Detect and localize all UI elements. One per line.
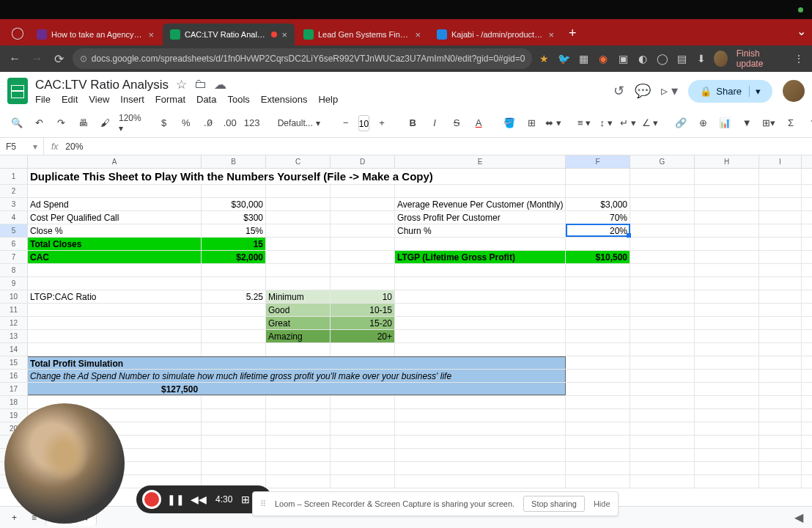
privacy-shield-icon[interactable]: ◯ xyxy=(9,23,26,41)
cell[interactable] xyxy=(202,462,266,474)
cell[interactable]: Change the Ad Spend Number to simulate h… xyxy=(28,370,566,382)
cell[interactable] xyxy=(695,264,759,276)
cell[interactable] xyxy=(759,224,802,237)
cell[interactable] xyxy=(630,422,695,435)
more-formats-button[interactable]: 123 xyxy=(243,114,262,133)
cell[interactable] xyxy=(395,422,566,435)
loom-canvas-button[interactable]: ⊞ xyxy=(241,494,250,505)
cell[interactable] xyxy=(395,185,566,197)
browser-tab-0[interactable]: How to take an Agency/B2B... × xyxy=(29,23,161,45)
collapse-toolbar-button[interactable]: ⌃ xyxy=(803,114,812,133)
cell[interactable] xyxy=(630,277,695,290)
chart-button[interactable]: 📊 xyxy=(715,114,734,133)
cell[interactable]: 15-20 xyxy=(331,317,395,329)
cell[interactable] xyxy=(630,330,695,342)
col-header-H[interactable]: H xyxy=(695,155,759,168)
cell[interactable] xyxy=(630,383,695,395)
cell[interactable] xyxy=(266,409,331,422)
row-header[interactable]: 16 xyxy=(0,370,28,382)
cloud-status-icon[interactable]: ☁ xyxy=(214,77,226,92)
extension-icon-6[interactable]: ◯ xyxy=(654,50,670,67)
cell[interactable] xyxy=(566,169,630,184)
cell[interactable]: Average Revenue Per Customer (Monthly) xyxy=(395,198,566,210)
cell[interactable] xyxy=(395,409,566,422)
cell[interactable]: $30,000 xyxy=(202,198,266,210)
cell[interactable] xyxy=(695,304,759,316)
download-icon[interactable]: ⬇ xyxy=(694,50,709,67)
cell[interactable] xyxy=(759,304,802,316)
cell[interactable] xyxy=(759,343,802,356)
col-header-F[interactable]: F xyxy=(566,155,630,168)
cell[interactable] xyxy=(331,449,395,461)
finish-update-button[interactable]: Finish update xyxy=(732,48,786,69)
menu-data[interactable]: Data xyxy=(196,94,216,105)
cell[interactable] xyxy=(331,436,395,448)
borders-button[interactable]: ⊞ xyxy=(522,114,541,133)
cell[interactable] xyxy=(759,409,802,422)
cell[interactable] xyxy=(759,277,802,290)
cell[interactable] xyxy=(630,343,695,356)
cell[interactable] xyxy=(759,290,802,303)
select-all-corner[interactable] xyxy=(0,155,28,168)
cell[interactable] xyxy=(566,449,630,461)
cell[interactable]: Minimum xyxy=(266,290,331,303)
cell[interactable] xyxy=(759,356,802,369)
col-header-G[interactable]: G xyxy=(630,155,695,168)
url-input[interactable]: ⊙ docs.google.com/spreadsheets/d/1fn0HvW… xyxy=(73,48,533,69)
cell[interactable] xyxy=(630,224,695,237)
cell[interactable] xyxy=(395,317,566,329)
menu-view[interactable]: View xyxy=(89,94,109,105)
cell[interactable] xyxy=(630,356,695,369)
redo-button[interactable]: ↷ xyxy=(51,114,70,133)
cell[interactable] xyxy=(202,409,266,422)
filter-button[interactable]: ▼ xyxy=(737,114,756,133)
increase-font-button[interactable]: + xyxy=(372,114,391,133)
cell[interactable] xyxy=(266,462,331,474)
undo-button[interactable]: ↶ xyxy=(29,114,48,133)
cell[interactable] xyxy=(266,264,331,276)
cell[interactable] xyxy=(202,185,266,197)
cell[interactable] xyxy=(331,422,395,435)
cell[interactable] xyxy=(630,409,695,422)
cell[interactable] xyxy=(759,317,802,329)
h-align-button[interactable]: ≡ ▾ xyxy=(575,114,594,133)
explore-button[interactable]: ◀ xyxy=(791,507,806,527)
cell[interactable] xyxy=(566,330,630,342)
italic-button[interactable]: I xyxy=(425,114,444,133)
cell[interactable] xyxy=(759,462,802,474)
row-header[interactable]: 10 xyxy=(0,290,28,303)
cell[interactable] xyxy=(266,251,331,263)
loom-pause-button[interactable]: ❚❚ xyxy=(167,494,185,505)
cell[interactable] xyxy=(630,317,695,329)
cell[interactable] xyxy=(266,396,331,408)
cell[interactable] xyxy=(266,211,331,224)
cell[interactable] xyxy=(28,185,202,197)
cell[interactable] xyxy=(28,277,202,290)
cell[interactable] xyxy=(695,330,759,342)
extension-icon-1[interactable]: 🐦 xyxy=(556,50,572,67)
cell[interactable]: 10 xyxy=(331,290,395,303)
cell[interactable] xyxy=(759,264,802,276)
menu-edit[interactable]: Edit xyxy=(62,94,78,105)
merge-button[interactable]: ⬌ ▾ xyxy=(544,114,563,133)
cell[interactable] xyxy=(630,475,695,488)
history-icon[interactable]: ↺ xyxy=(613,83,624,99)
sheets-logo-icon[interactable] xyxy=(7,78,28,104)
cell[interactable] xyxy=(630,169,695,184)
link-button[interactable]: 🔗 xyxy=(671,114,690,133)
col-header-I[interactable]: I xyxy=(759,155,802,168)
cell[interactable] xyxy=(266,277,331,290)
cell[interactable] xyxy=(202,343,266,356)
cell[interactable] xyxy=(266,475,331,488)
cell[interactable] xyxy=(395,475,566,488)
functions-button[interactable]: Σ xyxy=(781,114,800,133)
cell[interactable] xyxy=(202,317,266,329)
share-dropdown-icon[interactable]: ▾ xyxy=(749,86,761,97)
cell[interactable] xyxy=(630,211,695,224)
cell[interactable] xyxy=(630,304,695,316)
strikethrough-button[interactable]: S xyxy=(447,114,466,133)
col-header-D[interactable]: D xyxy=(331,155,395,168)
comment-button[interactable]: ⊕ xyxy=(693,114,712,133)
filter-views-button[interactable]: ⊞▾ xyxy=(759,114,778,133)
cell[interactable] xyxy=(695,396,759,408)
